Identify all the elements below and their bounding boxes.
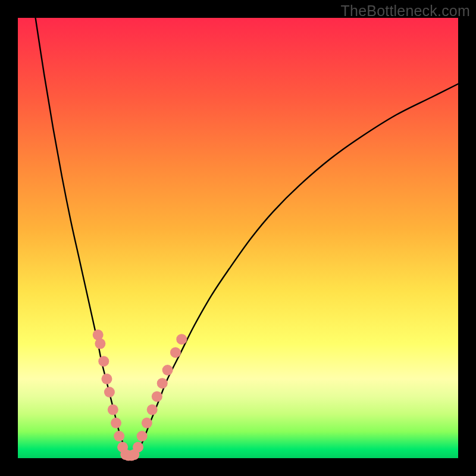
data-marker [95,339,105,349]
data-marker [147,405,158,415]
watermark-text: TheBottleneck.com [341,2,470,20]
chart-frame: TheBottleneck.com [0,0,476,476]
data-marker [98,356,109,367]
right-curve [134,84,458,456]
data-marker [114,431,124,441]
curve-svg [18,18,458,458]
data-marker [142,418,152,428]
data-marker [162,365,173,375]
data-marker [137,431,148,441]
plot-area [18,18,458,458]
data-marker [111,418,121,428]
data-marker [157,378,168,389]
data-marker [101,374,112,384]
data-marker [104,387,115,397]
data-marker [170,347,181,358]
data-marker [108,405,118,415]
data-marker [152,391,162,402]
data-marker [176,334,187,345]
marker-group [93,330,187,461]
data-marker [133,442,143,453]
